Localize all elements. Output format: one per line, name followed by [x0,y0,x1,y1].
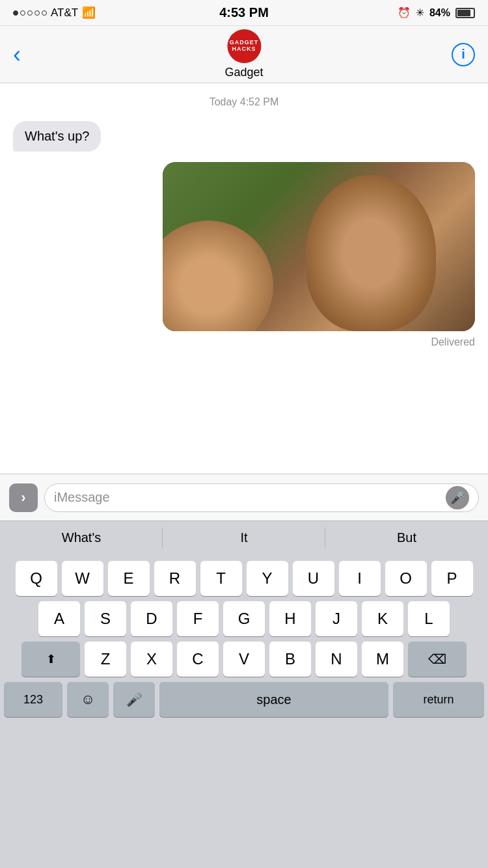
emoji-icon: ☺ [81,691,95,708]
key-q[interactable]: Q [16,561,57,596]
dot-4 [34,10,40,16]
contact-name: Gadget [224,66,263,79]
shift-key[interactable]: ⬆ [21,642,80,677]
keyboard-row-2: A S D F G H J K L [4,601,484,636]
dot-5 [42,10,47,16]
space-key[interactable]: space [159,682,388,717]
key-d-label: D [146,610,157,628]
nav-center: GADGET HACKS Gadget [224,29,263,79]
status-time: 4:53 PM [219,5,269,20]
carrier-name: AT&T [51,7,78,20]
key-t[interactable]: T [200,561,242,596]
return-label: return [423,693,454,707]
mic-button[interactable]: 🎤 [446,486,469,509]
key-g-label: G [238,610,251,628]
keyboard: Q W E R T Y U I O P A S D F G H J K L ⬆ … [0,554,488,868]
key-u[interactable]: U [293,561,334,596]
key-v-label: V [239,650,249,668]
dot-3 [27,10,33,16]
status-bar: AT&T 📶 4:53 PM ⏰ ✳ 84% [0,0,488,26]
key-z[interactable]: Z [85,642,126,677]
autocomplete-item-3[interactable]: But [325,521,488,554]
info-icon: i [461,47,465,62]
key-i[interactable]: I [339,561,381,596]
key-b[interactable]: B [269,642,311,677]
sent-photo [163,162,475,331]
key-r[interactable]: R [154,561,196,596]
key-j-label: J [332,610,340,628]
key-y[interactable]: Y [247,561,288,596]
key-w-label: W [75,569,90,588]
keyboard-mic-key[interactable]: 🎤 [113,682,155,717]
key-y-label: Y [262,569,272,588]
contact-avatar[interactable]: GADGET HACKS [227,29,261,63]
key-t-label: T [216,569,226,588]
back-button[interactable]: ‹ [13,41,21,68]
autocomplete-item-2[interactable]: It [163,521,325,554]
return-key[interactable]: return [393,682,484,717]
key-v[interactable]: V [223,642,265,677]
mic-icon: 🎤 [450,491,465,505]
key-c[interactable]: C [177,642,219,677]
key-h[interactable]: H [269,601,311,636]
key-u-label: U [308,569,319,588]
sent-message-row [13,162,475,331]
key-q-label: Q [30,569,42,588]
bluetooth-icon: ✳ [416,7,424,19]
autocomplete-text-1: What's [62,530,102,545]
alarm-icon: ⏰ [398,7,411,19]
signal-dots [13,10,47,16]
key-b-label: B [285,650,295,668]
key-s[interactable]: S [85,601,126,636]
key-e[interactable]: E [108,561,150,596]
info-button[interactable]: i [452,43,475,66]
message-input-wrap[interactable]: iMessage 🎤 [44,483,479,512]
key-m-label: M [376,650,389,668]
delete-key[interactable]: ⌫ [408,642,467,677]
space-label: space [256,692,291,707]
key-j[interactable]: J [316,601,357,636]
battery-icon [455,8,475,18]
autocomplete-item-1[interactable]: What's [0,521,163,554]
keyboard-row-1: Q W E R T Y U I O P [4,561,484,596]
key-o-label: O [400,569,412,588]
message-input[interactable]: iMessage [54,490,441,505]
shift-icon: ⬆ [46,652,56,666]
key-f-label: F [193,610,203,628]
key-l-label: L [424,610,433,628]
key-n-label: N [331,650,342,668]
key-h-label: H [284,610,295,628]
key-g[interactable]: G [223,601,265,636]
autocomplete-text-3: But [397,530,416,545]
key-d[interactable]: D [131,601,172,636]
dot-2 [20,10,25,16]
key-n[interactable]: N [316,642,357,677]
key-p[interactable]: P [431,561,473,596]
numbers-key[interactable]: 123 [4,682,62,717]
chat-area: Today 4:52 PM What's up? Delivered [0,83,488,461]
sent-image-bubble [163,162,475,331]
received-text: What's up? [25,129,89,143]
key-w[interactable]: W [62,561,103,596]
key-l[interactable]: L [408,601,450,636]
key-f[interactable]: F [177,601,219,636]
message-timestamp: Today 4:52 PM [13,96,475,108]
key-z-label: Z [101,650,111,668]
battery-fill [457,10,470,16]
key-k[interactable]: K [362,601,403,636]
nav-bar: ‹ GADGET HACKS Gadget i [0,26,488,83]
key-m[interactable]: M [362,642,403,677]
delivered-status: Delivered [13,334,475,348]
expand-icon: › [21,489,25,506]
key-x[interactable]: X [131,642,172,677]
expand-button[interactable]: › [9,483,38,512]
key-r-label: R [169,569,180,588]
autocomplete-bar: What's It But [0,521,488,554]
keyboard-row-4: 123 ☺ 🎤 space return [4,682,484,717]
key-o[interactable]: O [385,561,427,596]
key-p-label: P [446,569,457,588]
key-a[interactable]: A [38,601,80,636]
input-bar: › iMessage 🎤 [0,474,488,521]
emoji-key[interactable]: ☺ [67,682,109,717]
wifi-icon: 📶 [82,6,96,20]
